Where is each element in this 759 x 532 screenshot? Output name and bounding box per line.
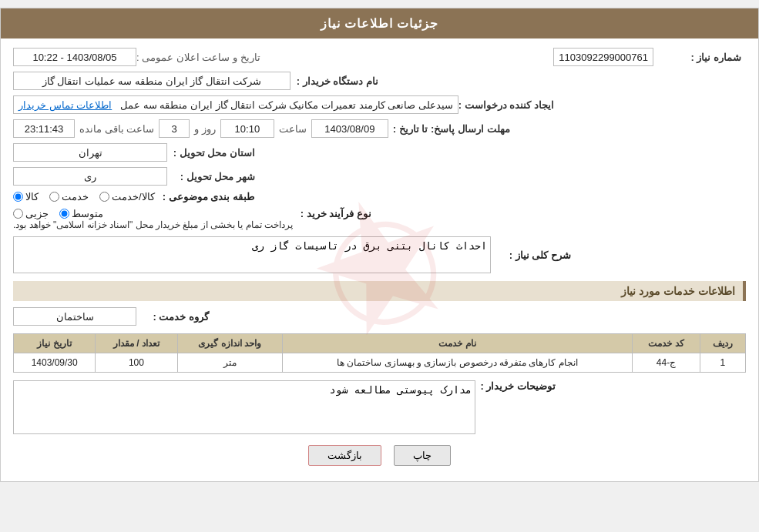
- col-radif: ردیف: [700, 334, 745, 353]
- buyer-org-row: نام دستگاه خریدار : شرکت انتقال گاز ایرا…: [13, 72, 746, 90]
- need-summary-label: شرح کلی نیاز :: [491, 249, 576, 261]
- cell-date: 1403/09/30: [14, 353, 96, 373]
- print-button[interactable]: چاپ: [394, 445, 451, 466]
- need-summary-section: شرح کلی نیاز :: [13, 236, 746, 273]
- col-service-code: کد خدمت: [633, 334, 700, 353]
- deadline-date-value: 1403/08/09: [311, 119, 388, 138]
- service-group-label: گروه خدمت :: [136, 311, 213, 323]
- announcement-value: 1403/08/05 - 10:22: [13, 48, 136, 66]
- radio-jozii[interactable]: [13, 209, 23, 219]
- need-number-row: شماره نیاز : 1103092299000761 تاریخ و سا…: [13, 48, 746, 66]
- services-table-container: ردیف کد خدمت نام خدمت واحد اندازه گیری ت…: [13, 333, 746, 373]
- cell-radif: 1: [700, 353, 745, 373]
- service-group-row: گروه خدمت : ساختمان: [13, 307, 746, 326]
- deadline-remaining-value: 23:11:43: [13, 119, 75, 138]
- need-summary-textarea[interactable]: [13, 236, 491, 273]
- deadline-time-value: 10:10: [220, 119, 274, 138]
- back-button[interactable]: بازگشت: [308, 445, 381, 466]
- city-value: ری: [13, 167, 167, 186]
- purchase-motavasset: متوسط: [59, 208, 103, 219]
- radio-motavasset[interactable]: [59, 209, 69, 219]
- page-container: جزئیات اطلاعات نیاز شماره نیاز : 1103092…: [0, 8, 759, 482]
- deadline-days-label: روز و: [194, 123, 216, 135]
- buyer-notes-label: توضیحات خریدار :: [475, 380, 560, 392]
- creator-value: سیدعلی صانعی کارمند تعمیرات مکانیک شرکت …: [13, 95, 458, 114]
- radio-khadamat[interactable]: [49, 192, 59, 202]
- purchase-type-label: نوع فرآیند خرید :: [299, 208, 376, 219]
- radio-kala[interactable]: [13, 192, 23, 202]
- purchase-type-row: نوع فرآیند خرید : متوسط جزیی پرداخت تمام…: [13, 208, 746, 230]
- city-label: شهر محل تحویل :: [167, 171, 260, 182]
- deadline-row: مهلت ارسال پاسخ: تا تاریخ : 1403/08/09 س…: [13, 119, 746, 138]
- province-row: استان محل تحویل : تهران: [13, 143, 746, 162]
- deadline-days-value: 3: [159, 119, 190, 138]
- cell-service-name: انجام کارهای متفرقه درخصوص بازسازی و بهس…: [282, 353, 633, 373]
- need-number-label: شماره نیاز :: [653, 52, 746, 63]
- deadline-remaining-label: ساعت باقی مانده: [79, 123, 154, 135]
- content-area: شماره نیاز : 1103092299000761 تاریخ و سا…: [1, 38, 758, 481]
- purchase-type-note: پرداخت تمام یا بخشی از مبلغ خریدار محل "…: [13, 219, 293, 230]
- services-table: ردیف کد خدمت نام خدمت واحد اندازه گیری ت…: [13, 333, 746, 373]
- province-label: استان محل تحویل :: [167, 147, 260, 159]
- purchase-type-radio-group: متوسط جزیی: [13, 208, 103, 219]
- purchase-jozii: جزیی: [13, 208, 49, 219]
- buttons-row: چاپ بازگشت: [13, 445, 746, 466]
- col-qty: تعداد / مقدار: [96, 334, 177, 353]
- services-section-title: اطلاعات خدمات مورد نیاز: [13, 281, 746, 301]
- creator-label: ایجاد کننده درخواست :: [458, 99, 559, 111]
- buyer-notes-textarea[interactable]: [13, 380, 475, 434]
- cell-qty: 100: [96, 353, 177, 373]
- category-kala: کالا: [13, 191, 39, 202]
- buyer-org-label: نام دستگاه خریدار :: [291, 75, 383, 87]
- radio-kala-khadamat[interactable]: [99, 192, 109, 202]
- page-title: جزئیات اطلاعات نیاز: [1, 8, 758, 38]
- creator-row: ایجاد کننده درخواست : سیدعلی صانعی کارمن…: [13, 95, 746, 114]
- deadline-label: مهلت ارسال پاسخ: تا تاریخ :: [393, 123, 515, 135]
- cell-unit: متر: [177, 353, 282, 373]
- buyer-notes-section: توضیحات خریدار :: [13, 380, 746, 434]
- col-unit: واحد اندازه گیری: [177, 334, 282, 353]
- category-kala-khadamat: کالا/خدمت: [99, 191, 155, 202]
- province-value: تهران: [13, 143, 167, 162]
- service-group-value: ساختمان: [13, 307, 136, 326]
- need-number-value: 1103092299000761: [553, 48, 653, 66]
- category-radio-group: کالا/خدمت خدمت کالا: [13, 191, 155, 202]
- announcement-label: تاریخ و ساعت اعلان عمومی :: [136, 52, 260, 63]
- cell-service-code: ج-44: [633, 353, 700, 373]
- category-label: طبقه بندی موضوعی :: [163, 191, 259, 202]
- col-date: تاریخ نیاز: [14, 334, 96, 353]
- category-row: طبقه بندی موضوعی : کالا/خدمت خدمت کالا: [13, 191, 746, 202]
- city-row: شهر محل تحویل : ری: [13, 167, 746, 186]
- deadline-time-label: ساعت: [279, 123, 307, 135]
- col-service-name: نام خدمت: [282, 334, 633, 353]
- category-khadamat: خدمت: [49, 191, 89, 202]
- buyer-org-value: شرکت انتقال گاز ایران منطقه سه عملیات ان…: [13, 72, 291, 90]
- creator-contact-link[interactable]: اطلاعات تماس خریدار: [18, 99, 112, 111]
- table-row: 1 ج-44 انجام کارهای متفرقه درخصوص بازساز…: [14, 353, 746, 373]
